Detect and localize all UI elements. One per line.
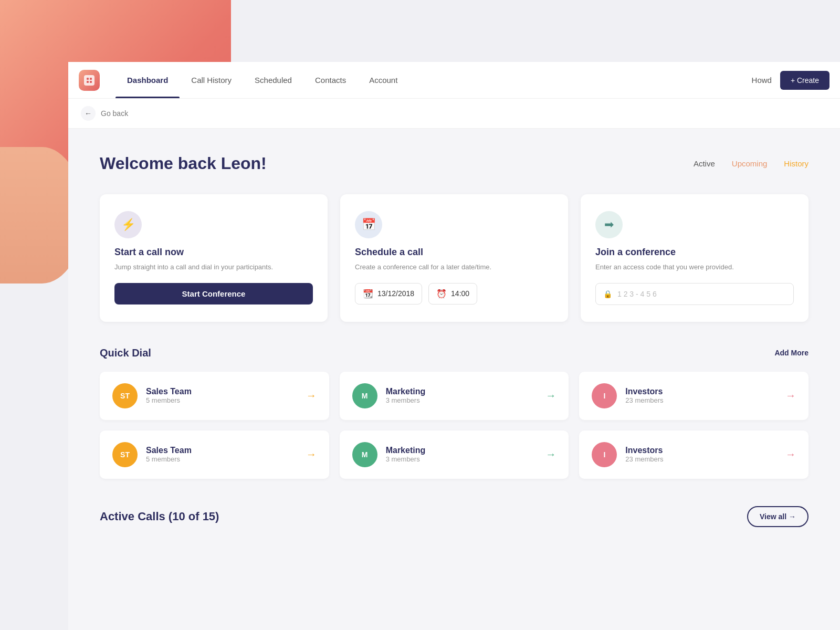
filter-history[interactable]: History — [784, 159, 808, 168]
nav-item-dashboard[interactable]: Dashboard — [116, 62, 180, 98]
back-label: Go back — [101, 109, 128, 118]
investors-members-1: 23 members — [625, 396, 777, 404]
action-cards: ⚡ Start a call now Jump straight into a … — [100, 194, 808, 322]
create-button[interactable]: + Create — [780, 71, 830, 90]
svg-rect-3 — [90, 81, 92, 83]
logo-icon — [84, 75, 94, 86]
sales-team-members-2: 5 members — [146, 455, 298, 463]
time-field[interactable]: ⏰ 14:00 — [428, 283, 477, 304]
active-calls-section: Active Calls (10 of 15) View all → — [100, 506, 808, 527]
join-conference-title: Join a conference — [595, 247, 794, 258]
schedule-call-title: Schedule a call — [355, 247, 553, 258]
view-all-button[interactable]: View all → — [747, 506, 808, 527]
marketing-members-2: 3 members — [386, 455, 538, 463]
start-call-desc: Jump straight into a call and dial in yo… — [114, 262, 313, 272]
investors-members-2: 23 members — [625, 455, 777, 463]
investors-arrow-1: → — [785, 390, 796, 402]
investors-avatar-1: I — [592, 383, 617, 408]
access-code-field[interactable]: 🔒 1 2 3 - 4 5 6 — [595, 283, 794, 305]
sales-team-name-2: Sales Team — [146, 446, 298, 455]
investors-info-1: Investors 23 members — [625, 387, 777, 404]
svg-rect-1 — [90, 78, 92, 80]
schedule-call-desc: Create a conference call for a later dat… — [355, 262, 553, 272]
quick-dial-header: Quick Dial Add More — [100, 347, 808, 359]
start-call-icon: ⚡ — [114, 211, 142, 238]
calendar-icon: 📆 — [363, 289, 373, 299]
start-call-title: Start a call now — [114, 247, 313, 258]
date-time-row: 📆 13/12/2018 ⏰ 14:00 — [355, 283, 553, 304]
sales-team-avatar-2: ST — [112, 442, 138, 467]
logo — [79, 70, 100, 91]
back-button[interactable]: ← — [81, 106, 96, 121]
top-nav: Dashboard Call History Scheduled Contact… — [68, 62, 840, 99]
date-value: 13/12/2018 — [377, 289, 414, 298]
sales-team-avatar-1: ST — [112, 383, 138, 408]
join-conference-card: ➡ Join a conference Enter an access code… — [581, 194, 808, 322]
filter-active[interactable]: Active — [694, 159, 715, 168]
lock-icon: 🔒 — [603, 290, 612, 298]
content-area: Welcome back Leon! Active Upcoming Histo… — [68, 129, 840, 552]
svg-rect-0 — [87, 78, 89, 80]
marketing-info-2: Marketing 3 members — [386, 446, 538, 463]
dial-card-investors-2[interactable]: I Investors 23 members → — [579, 430, 808, 479]
sales-team-members-1: 5 members — [146, 396, 298, 404]
dial-card-sales-team-1[interactable]: ST Sales Team 5 members → — [100, 372, 329, 420]
filter-upcoming[interactable]: Upcoming — [732, 159, 768, 168]
marketing-members-1: 3 members — [386, 396, 538, 404]
marketing-arrow-1: → — [545, 390, 556, 402]
schedule-call-card: 📅 Schedule a call Create a conference ca… — [340, 194, 568, 322]
access-code-placeholder: 1 2 3 - 4 5 6 — [617, 290, 657, 298]
nav-item-call-history[interactable]: Call History — [180, 62, 243, 98]
join-conference-icon: ➡ — [595, 211, 623, 238]
sales-team-arrow-1: → — [306, 390, 317, 402]
marketing-name-1: Marketing — [386, 387, 538, 396]
marketing-avatar-2: M — [352, 442, 377, 467]
greeting-text: Howd — [752, 76, 772, 85]
time-value: 14:00 — [451, 289, 469, 298]
nav-right: Howd + Create — [752, 71, 830, 90]
sales-team-name-1: Sales Team — [146, 387, 298, 396]
start-conference-button[interactable]: Start Conference — [114, 283, 313, 304]
quick-dial-title: Quick Dial — [100, 347, 151, 359]
nav-item-scheduled[interactable]: Scheduled — [243, 62, 303, 98]
welcome-section: Welcome back Leon! Active Upcoming Histo… — [100, 154, 808, 173]
dial-card-investors-1[interactable]: I Investors 23 members → — [579, 372, 808, 420]
marketing-avatar-1: M — [352, 383, 377, 408]
sales-team-info-2: Sales Team 5 members — [146, 446, 298, 463]
sales-team-info-1: Sales Team 5 members — [146, 387, 298, 404]
investors-avatar-2: I — [592, 442, 617, 467]
main-container: Dashboard Call History Scheduled Contact… — [68, 62, 840, 630]
dial-card-marketing-2[interactable]: M Marketing 3 members → — [340, 430, 569, 479]
dial-card-marketing-1[interactable]: M Marketing 3 members → — [340, 372, 569, 420]
start-call-card: ⚡ Start a call now Jump straight into a … — [100, 194, 328, 322]
sales-team-arrow-2: → — [306, 448, 317, 460]
clock-icon: ⏰ — [436, 289, 447, 299]
nav-item-contacts[interactable]: Contacts — [303, 62, 358, 98]
marketing-arrow-2: → — [545, 448, 556, 460]
marketing-name-2: Marketing — [386, 446, 538, 455]
nav-item-account[interactable]: Account — [358, 62, 409, 98]
join-conference-desc: Enter an access code that you were provi… — [595, 262, 794, 272]
marketing-info-1: Marketing 3 members — [386, 387, 538, 404]
quick-dial-grid: ST Sales Team 5 members → M Marketing 3 … — [100, 372, 808, 479]
schedule-call-icon: 📅 — [355, 211, 382, 238]
filter-tabs: Active Upcoming History — [694, 159, 808, 168]
date-field[interactable]: 📆 13/12/2018 — [355, 283, 422, 304]
breadcrumb-bar: ← Go back — [68, 99, 840, 129]
add-more-button[interactable]: Add More — [774, 349, 808, 357]
welcome-title: Welcome back Leon! — [100, 154, 267, 173]
investors-name-1: Investors — [625, 387, 777, 396]
investors-info-2: Investors 23 members — [625, 446, 777, 463]
active-calls-title: Active Calls (10 of 15) — [100, 510, 219, 523]
investors-name-2: Investors — [625, 446, 777, 455]
dial-card-sales-team-2[interactable]: ST Sales Team 5 members → — [100, 430, 329, 479]
svg-rect-2 — [87, 81, 89, 83]
nav-items: Dashboard Call History Scheduled Contact… — [116, 62, 409, 98]
investors-arrow-2: → — [785, 448, 796, 460]
